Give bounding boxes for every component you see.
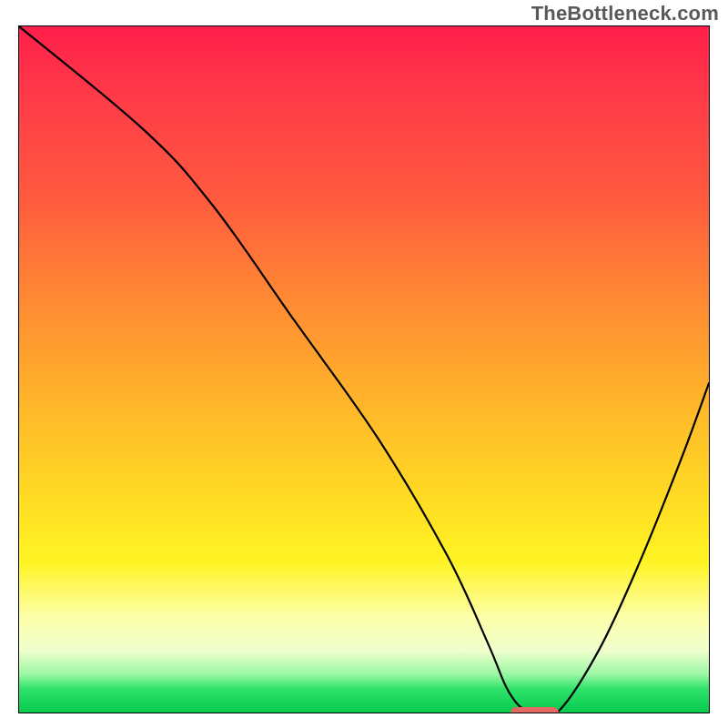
curve-svg [19,26,709,713]
bottleneck-curve [19,26,709,713]
optimal-range-marker [511,707,559,713]
watermark-text: TheBottleneck.com [531,2,719,25]
chart-frame: TheBottleneck.com [0,0,728,728]
chart-plot-area [18,25,710,713]
